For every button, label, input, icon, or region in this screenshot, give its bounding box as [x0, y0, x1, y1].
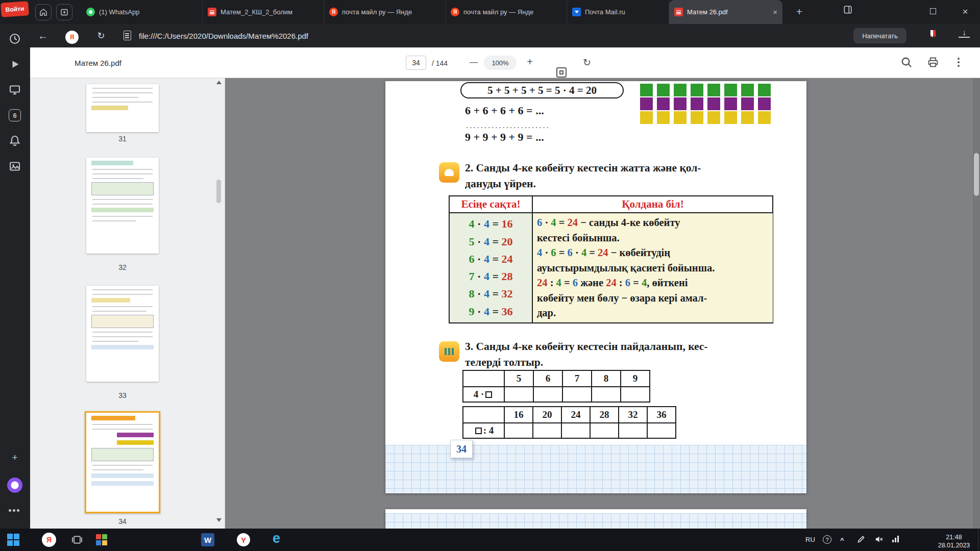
explanation-line: 24 : 4 = 6 және 24 : 6 = 4, өйткені [537, 276, 773, 291]
screen: Войти (1) WhatsApp Матем_2_КШ_2_болим Я … [0, 0, 980, 551]
dotted-answer-line: ....................... [466, 121, 550, 130]
tab-counter-badge[interactable]: 6 [9, 109, 21, 121]
language-indicator[interactable]: RU [805, 536, 815, 543]
zoom-level[interactable]: 100% [484, 56, 517, 70]
add-panel-button[interactable]: + [9, 452, 20, 463]
mail-envelope-icon [572, 8, 581, 16]
search-in-document-button[interactable] [900, 56, 913, 68]
empty-cell [463, 407, 504, 422]
download-button[interactable]: ↓ [959, 29, 970, 38]
word-button[interactable]: W [201, 533, 214, 546]
empty-cell [562, 386, 591, 402]
tab-mailru[interactable]: Почта Mail.ru [567, 0, 669, 24]
pinned-app-button[interactable] [96, 534, 107, 545]
rotate-page-button[interactable]: ↻ [581, 56, 593, 68]
header-cell: 8 [591, 371, 620, 386]
new-tab-button[interactable]: + [791, 3, 808, 20]
fill-table-divide: 16 20 24 28 32 36 : 4 [462, 406, 676, 439]
show-hidden-icons-button[interactable]: ^ [840, 536, 844, 544]
fit-page-button[interactable] [556, 67, 567, 78]
fact-row: 4 · 4 = 16 [469, 217, 513, 231]
viewer-scrollbar-track[interactable] [973, 78, 980, 529]
explanation-line: дар. [537, 306, 773, 321]
row-label-cell: : 4 [463, 422, 504, 438]
multiplication-facts: 4 · 4 = 16 5 · 4 = 20 6 · 4 = 24 7 · 4 =… [450, 213, 533, 322]
pdf-more-menu-button[interactable] [958, 58, 960, 60]
panel-scroll-up[interactable] [216, 81, 222, 84]
notifications-button[interactable] [9, 135, 21, 147]
boxed-equation: 5 + 5 + 5 + 5 = 5 · 4 = 20 [460, 82, 624, 98]
strip-more-button[interactable] [9, 509, 11, 512]
side-panel-button[interactable] [843, 5, 852, 14]
help-button[interactable]: ? [823, 535, 831, 544]
video-button[interactable] [9, 58, 21, 70]
volume-button[interactable] [874, 535, 884, 544]
internet-explorer-button[interactable]: e [273, 531, 280, 546]
panel-scrollbar-thumb[interactable] [216, 180, 221, 203]
tab-matem-26-active[interactable]: Матем 26.pdf × [669, 0, 782, 24]
pinned-app-icon [96, 534, 101, 539]
fact-row: 6 · 4 = 24 [469, 253, 513, 266]
pdf-icon [674, 8, 683, 16]
thumbnail-page-33[interactable] [86, 286, 159, 382]
new-panel-button[interactable] [56, 4, 72, 20]
thumbnail-page-32[interactable] [86, 158, 159, 254]
task2-text-line1: 2. Санды 4-ке көбейту кестесін жатта жән… [465, 162, 701, 174]
header-cell: 6 [533, 371, 562, 386]
reader-button[interactable] [9, 84, 21, 96]
screenshots-button[interactable] [9, 160, 21, 172]
thumbnail-label: 31 [86, 135, 159, 143]
start-button[interactable] [7, 534, 19, 546]
home-icon [39, 8, 47, 16]
explanation-line: көбейту мен бөлу − өзара кері амал- [537, 291, 773, 306]
mosaic-row-yellow [640, 111, 771, 124]
pdf-page-35-partial [385, 509, 806, 529]
task-view-button[interactable] [71, 535, 83, 544]
network-button[interactable] [892, 536, 899, 542]
tab-close-icon[interactable]: × [773, 8, 777, 16]
thumbnail-page-34-selected[interactable] [85, 411, 160, 513]
maximize-icon [930, 8, 936, 14]
tab-whatsapp[interactable]: (1) WhatsApp [81, 0, 203, 24]
viewer-scrollbar-thumb[interactable] [974, 153, 979, 196]
url-text[interactable]: file:///C:/Users/2020/Downloads/Матем%20… [139, 32, 308, 40]
empty-cell [463, 371, 504, 386]
empty-cell [618, 422, 647, 438]
yandex-logo-icon[interactable]: Я [65, 31, 79, 44]
tab-mail-yandex-2[interactable]: Я почта майл ру — Янде [446, 0, 567, 24]
ellipsis-icon [9, 509, 11, 512]
window-close-button[interactable]: × [958, 4, 973, 19]
collections-button[interactable] [929, 29, 937, 38]
windows-ink-button[interactable] [856, 535, 866, 544]
header-cell: 32 [618, 407, 647, 422]
thumbnail-page-31[interactable] [86, 84, 159, 132]
fact-row: 9 · 4 = 36 [469, 305, 513, 318]
zoom-out-button[interactable]: — [468, 56, 480, 68]
thumbnail-label: 33 [86, 391, 159, 399]
home-button[interactable] [35, 4, 52, 20]
show-desktop-button[interactable] [978, 529, 980, 551]
pen-icon [856, 535, 866, 544]
print-document-button[interactable] [927, 57, 939, 68]
history-button[interactable] [9, 33, 21, 45]
empty-cell [504, 422, 532, 438]
tab-mail-yandex-1[interactable]: Я почта майл ру — Янде [324, 0, 446, 24]
explanation-line: 4 · 6 = 6 · 4 = 24 − көбейтудің [537, 245, 773, 261]
empty-cell [561, 422, 590, 438]
tab-label: Почта Mail.ru [585, 8, 625, 16]
equation-line: 6 + 6 + 6 + 6 = ... [465, 104, 544, 117]
yandex-search-button[interactable]: Я [42, 533, 56, 547]
refresh-button[interactable]: ↻ [95, 29, 107, 42]
panel-scroll-down[interactable] [216, 518, 222, 522]
page-number-input[interactable]: 34 [406, 56, 426, 70]
yandex-icon: Я [329, 8, 338, 16]
yandex-browser-button[interactable]: Y [237, 533, 250, 546]
taskbar-clock[interactable]: 21:48 28.01.2023 [931, 533, 977, 549]
tab-matem-2[interactable]: Матем_2_КШ_2_болим [203, 0, 324, 24]
print-page-button[interactable]: Напечатать [853, 28, 906, 43]
zoom-in-button[interactable]: + [524, 56, 536, 68]
alisa-assistant-button[interactable] [7, 478, 22, 493]
page-file-icon [124, 31, 131, 40]
back-button[interactable]: ← [36, 29, 50, 43]
login-button[interactable]: Войти [1, 1, 29, 17]
